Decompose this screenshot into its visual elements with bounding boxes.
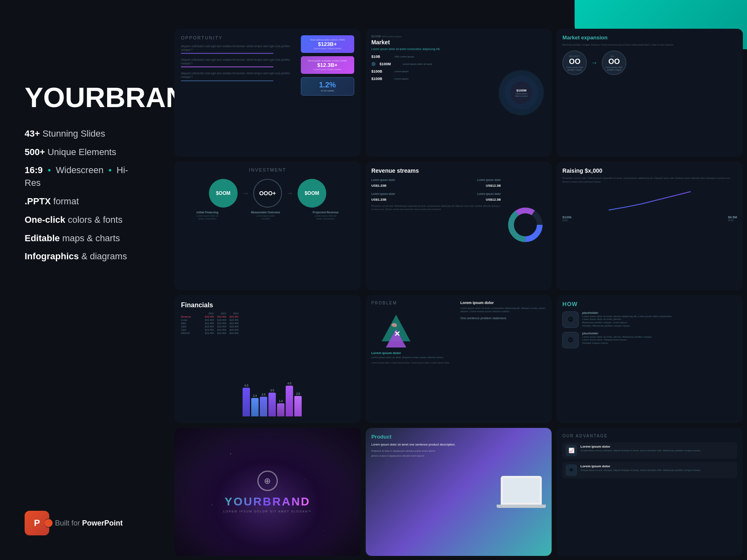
feature-item-2: 500+ Unique Elements — [25, 146, 144, 159]
feature-item-3: 16:9 • Widescreen • Hi-Res — [25, 164, 144, 190]
brand-icon: ⊕ — [257, 471, 278, 491]
slide-how: HOW ⚙ placeholder Lorem ipsum dolor sit … — [557, 295, 743, 423]
revenue-donut-svg — [507, 206, 544, 243]
feature-item-1: 43+ Stunning Slides — [25, 128, 144, 140]
slide-financials: Financials 2021 2022 2023 Revenue $23,45… — [174, 295, 361, 423]
laptop-base — [497, 505, 546, 508]
raising-sparkline — [562, 187, 737, 212]
svg-text:✕: ✕ — [394, 330, 400, 338]
inv-circle-2: OOO+ — [253, 179, 282, 208]
features-list: 43+ Stunning Slides 500+ Unique Elements… — [25, 128, 144, 269]
revenue-table: Lorem ipsum dolor Lorem ipsum dolor US$1… — [371, 178, 501, 201]
problem-right: Lorem ipsum dolor Lorem ipsum dolor sit … — [461, 301, 546, 417]
rev-row-2: US$1.23B US$12.3B — [371, 198, 501, 201]
inv-circle-3: $OOM — [298, 179, 326, 208]
opp-box-sam: Serviceable available market (SAM) $12.3… — [301, 56, 354, 74]
market-right: $100M Lorem ipsum dolor sit amet — [497, 34, 546, 151]
product-laptop — [497, 434, 546, 550]
advantage-item-2: 👁 Lorem ipsum dolor Suspendisse cursus v… — [562, 462, 737, 478]
market-expansion-circles: MARKET OO Lorem ipsum dolor porttitor co… — [562, 50, 737, 75]
feature-item-6: Editable maps & charts — [25, 232, 144, 245]
financials-left: Financials 2021 2022 2023 Revenue $23,45… — [181, 302, 238, 416]
revenue-title: Revenue streams — [371, 167, 501, 174]
mktexp-circle-1: MARKET OO Lorem ipsum dolor porttitor co… — [562, 50, 587, 75]
inv-arrow-1: → — [242, 189, 249, 198]
problem-left: PROBLEM ✕ 🧠 Lorem ipsum dolor Lorem ipsu… — [371, 301, 457, 417]
how-title: HOW — [562, 301, 737, 307]
inv-arrow-2: → — [286, 189, 293, 198]
feature-item-5: One-click colors & fonts — [25, 214, 144, 226]
product-sub-1: Praesent sit alos in ulputpuece ultricie… — [371, 449, 493, 453]
raising-title: Raising $x,000 — [562, 167, 737, 174]
slide-opportunity: OPPORTUNITY Aliquem sollicitudin nulla e… — [174, 29, 361, 157]
powerpoint-label: Built for PowerPoint — [55, 519, 123, 528]
slide-problem: PROBLEM ✕ 🧠 Lorem ipsum dolor Lorem ipsu… — [366, 295, 552, 423]
financials-title: Financials — [181, 302, 238, 309]
inv-label-2: Measurable Outcome Lorem ipsum dolorsit … — [251, 211, 280, 220]
left-panel: YOURBRAND 43+ Stunning Slides 500+ Uniqu… — [0, 0, 164, 560]
laptop-body — [501, 476, 542, 505]
advantage-items: 📈 Lorem ipsum dolor Suspendisse cursus v… — [562, 442, 737, 478]
opp-row-1: Aliquem sollicitudin nulla eget sem soda… — [181, 44, 297, 54]
advantage-icon-2: 👁 — [566, 464, 577, 476]
slide-product: Product Lorem ipsum dolor sit amet one s… — [366, 428, 552, 556]
inv-label-3: Projected Revenue Lorem ipsum dolor sita… — [313, 211, 339, 220]
problem-bottom: Lorem ipsum dolor. Lorem ipsum dolor. Lo… — [371, 361, 457, 364]
problem-right-desc: Lorem ipsum dolor sit amet, consectetur … — [461, 306, 546, 313]
rev-row-1: US$1.23B US$12.3B — [371, 184, 501, 187]
problem-left-title: Lorem ipsum dolor — [371, 351, 457, 355]
problem-left-desc: Lorem ipsum dolor sit amet, Aliquam orna… — [371, 356, 457, 359]
feature-item-4: .PPTX format — [25, 195, 144, 208]
feature-item-7: Infographics & diagrams — [25, 250, 144, 263]
rev-row-header-2: Lorem ipsum dolor Lorem ipsum dolor — [371, 192, 501, 195]
market-title: Market — [371, 39, 494, 46]
brand-name: YOURBRAND — [223, 495, 312, 508]
financials-table: 2021 2022 2023 Revenue $23,456 $23,456 $… — [181, 312, 238, 334]
revenue-donut: 1.8 4.4 2.4 — [505, 167, 546, 284]
market-subtitle: Lorem ipsum dolor sit amet consectetur a… — [371, 47, 494, 51]
market-item-2: $100M Lorem ipsum dolor sit amet — [371, 62, 494, 66]
revenue-left: Revenue streams Lorem ipsum dolor Lorem … — [371, 167, 501, 284]
product-title: Product — [371, 434, 493, 440]
slide-advantage: OUR ADVANTAGE 📈 Lorem ipsum dolor Suspen… — [557, 428, 743, 556]
slides-grid: OPPORTUNITY Aliquem sollicitudin nulla e… — [170, 25, 747, 560]
how-item-1: ⚙ placeholder Lorem ipsum dolor sit amet… — [562, 311, 737, 328]
investment-labels: Initial Financing Lorem ipsum dolor sita… — [180, 211, 355, 220]
investment-title: INVESTMENT — [180, 167, 355, 172]
slide-revenue-streams: Revenue streams Lorem ipsum dolor Lorem … — [366, 162, 552, 290]
advantage-item-1-sub: Suspendisse cursus volutpat, aliquet tri… — [580, 449, 734, 453]
advantage-item-2-sub: Suspendisse cursus volutpat, aliquet tri… — [580, 469, 734, 472]
market-item-1: $10B 10% Lorem ipsum — [371, 55, 494, 59]
opportunity-left: OPPORTUNITY Aliquem sollicitudin nulla e… — [181, 35, 297, 150]
revenue-disclaimer: Phasellus cursus velit. Pellentesque imp… — [371, 205, 501, 211]
brand-logo: ⊕ YOURBRAND LOREM IPSUM DOLOR SIT AMET S… — [223, 471, 312, 513]
slide-brand: ⊕ YOURBRAND LOREM IPSUM DOLOR SIT AMET S… — [174, 428, 361, 556]
brand-tagline: LOREM IPSUM DOLOR SIT AMET SLOGAN™ — [223, 510, 312, 513]
problem-title: PROBLEM — [371, 301, 457, 305]
product-left: Product Lorem ipsum dolor sit amet one s… — [371, 434, 493, 550]
powerpoint-badge: P Built for PowerPoint — [25, 511, 123, 535]
market-items: $10B 10% Lorem ipsum $100M Lorem ipsum d… — [371, 55, 494, 81]
powerpoint-icon: P — [25, 511, 49, 535]
problem-statement: One-sentence problem statement. — [461, 316, 546, 320]
how-item-2: ⚙ placeholder Lorem ipsum dolor sit amet… — [562, 332, 737, 348]
mktexp-circle-2: MA... OO Lorem ipsum dolor porttitor con… — [602, 50, 626, 75]
raising-desc: Phasellus cursus velit. Pellentesque imp… — [562, 176, 737, 183]
investment-flow: $OOM → OOO+ → $OOM — [180, 179, 355, 208]
rev-row-header: Lorem ipsum dolor Lorem ipsum dolor — [371, 178, 501, 181]
opportunity-right: Total addressable market (TAM) $123B+ Lo… — [301, 35, 354, 150]
opp-box-percent: 1.2% of US market — [301, 77, 354, 96]
opp-row-3: Aliquem sollicitudin nulla eget sem soda… — [181, 71, 297, 81]
market-expansion-sub: Maximas partittur congue rhoncus. Fusce … — [562, 43, 737, 46]
market-expansion-title: Market expansion — [562, 34, 737, 41]
opp-row-2: Aliquem sollicitudin nulla eget sem soda… — [181, 58, 297, 67]
product-desc: Lorem ipsum dolor sit amet one sentence … — [371, 442, 493, 447]
inv-circle-1: $OOM — [209, 179, 238, 208]
raising-values: $120k 2021 $0.5M 2022 — [562, 215, 737, 222]
advantage-item-1: 📈 Lorem ipsum dolor Suspendisse cursus v… — [562, 442, 737, 459]
how-items: ⚙ placeholder Lorem ipsum dolor sit amet… — [562, 311, 737, 348]
problem-arrows: ✕ 🧠 — [371, 309, 421, 350]
opportunity-title: OPPORTUNITY — [181, 35, 297, 40]
financials-bars: 4.3 2.4 2.5 3.5 1.8 4.5 — [243, 302, 354, 416]
mktexp-arrow: → — [591, 59, 598, 66]
